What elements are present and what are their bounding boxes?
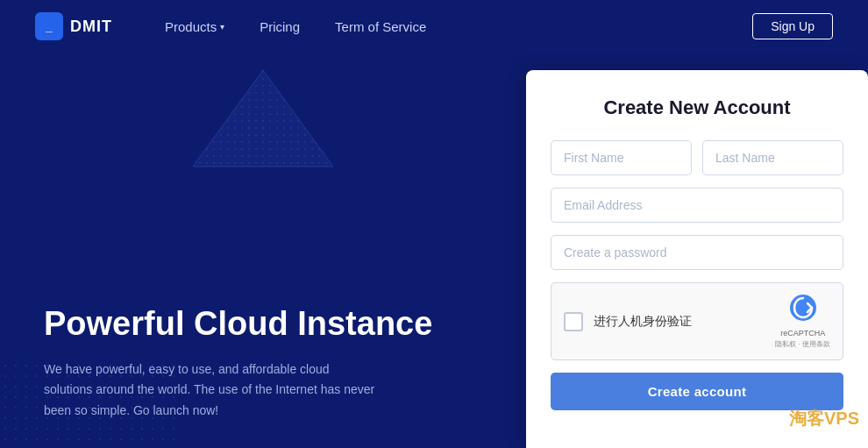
navbar: _ DMIT Products ▾ Pricing Term of Servic… (0, 0, 868, 53)
email-group (551, 188, 843, 223)
password-group (551, 235, 843, 270)
form-title: Create New Account (551, 96, 843, 119)
nav-products[interactable]: Products ▾ (147, 0, 242, 53)
nav-tos[interactable]: Term of Service (317, 0, 444, 53)
name-row (551, 140, 843, 175)
logo-text: DMIT (70, 18, 112, 36)
nav-pricing[interactable]: Pricing (242, 0, 317, 53)
recaptcha-left: 进行人机身份验证 (564, 312, 692, 331)
chevron-down-icon: ▾ (220, 22, 224, 32)
nav-products-label: Products (165, 19, 217, 34)
hero-title: Powerful Cloud Instance (44, 305, 482, 344)
last-name-input[interactable] (702, 140, 843, 175)
recaptcha-label: 进行人机身份验证 (594, 314, 692, 330)
recaptcha-right: reCAPTCHA 隐私权 · 使用条款 (775, 294, 830, 349)
nav-links: Products ▾ Pricing Term of Service (147, 0, 752, 53)
nav-right: Sign Up (752, 13, 833, 39)
recaptcha-checkbox[interactable] (564, 312, 583, 331)
main-content: Powerful Cloud Instance We have powerful… (0, 53, 868, 448)
nav-pricing-label: Pricing (260, 19, 300, 34)
recaptcha-links-text: 隐私权 · 使用条款 (775, 339, 830, 349)
dot-pattern-decoration (0, 360, 175, 448)
email-input[interactable] (551, 188, 843, 223)
create-account-button[interactable]: Create account (551, 373, 843, 410)
first-name-input[interactable] (551, 140, 692, 175)
logo[interactable]: _ DMIT (35, 12, 112, 40)
mountain-decoration (175, 61, 351, 175)
logo-icon: _ (35, 12, 63, 40)
signup-form-panel: Create New Account 进行人机身份验证 (526, 70, 868, 448)
svg-rect-4 (175, 61, 351, 175)
recaptcha-box[interactable]: 进行人机身份验证 reCAPTCHA 隐私权 · 使用条款 (551, 282, 843, 360)
nav-tos-label: Term of Service (335, 19, 426, 34)
sign-up-button[interactable]: Sign Up (752, 13, 833, 39)
hero-section: Powerful Cloud Instance We have powerful… (0, 53, 526, 448)
password-input[interactable] (551, 235, 843, 270)
recaptcha-brand-text: reCAPTCHA (780, 329, 825, 338)
watermark: 淘客VPS (789, 407, 859, 430)
recaptcha-logo-icon (789, 294, 817, 327)
